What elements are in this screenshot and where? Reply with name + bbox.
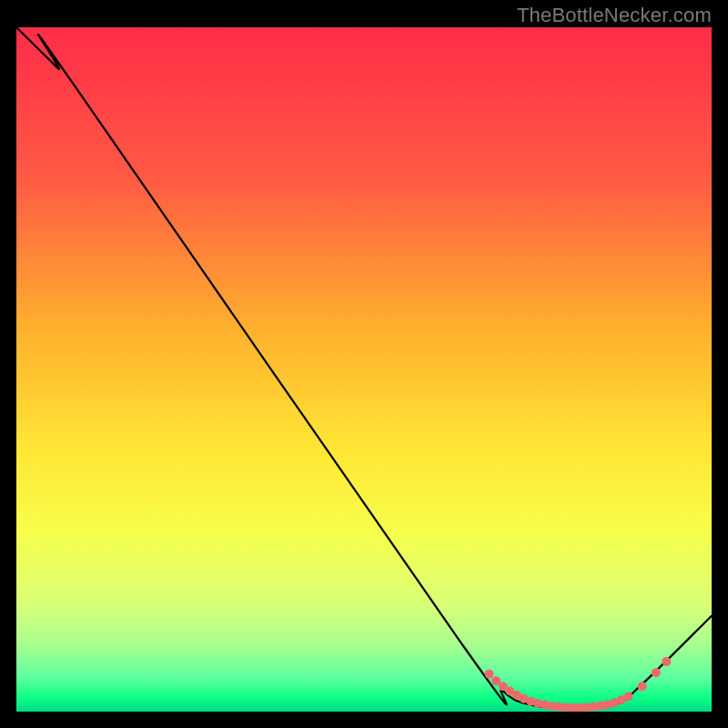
marker-dot <box>652 668 661 677</box>
curve-line <box>16 27 712 708</box>
marker-dot <box>638 682 647 691</box>
marker-dot <box>623 692 632 701</box>
marker-dot <box>485 670 494 679</box>
watermark-text: TheBottleNecker.com <box>517 4 712 27</box>
marker-group <box>485 657 672 712</box>
marker-dot <box>662 657 671 666</box>
chart-svg <box>16 27 712 712</box>
